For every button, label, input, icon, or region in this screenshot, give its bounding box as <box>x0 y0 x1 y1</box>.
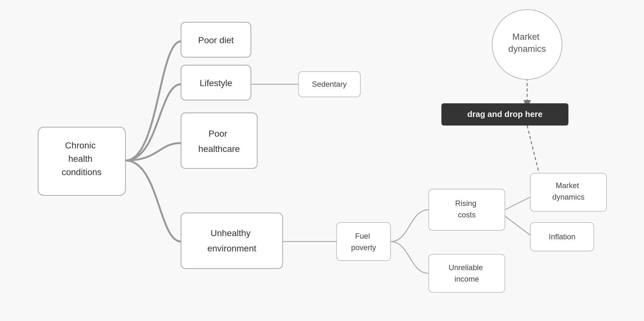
drag-drop-label: drag and drop here <box>467 109 543 119</box>
dashed-line-tooltip-to-market-box <box>527 126 540 176</box>
connector-rising-inflation <box>505 216 530 235</box>
connector-chronic-unhealthy <box>125 160 181 242</box>
rising-costs-node[interactable] <box>429 189 505 230</box>
connector-rising-market <box>505 197 530 210</box>
poor-diet-label: Poor diet <box>198 35 234 45</box>
fuel-poverty-node[interactable] <box>337 222 391 261</box>
poor-healthcare-node[interactable] <box>181 113 257 168</box>
unreliable-income-node[interactable] <box>429 254 505 292</box>
unhealthy-environment-node[interactable] <box>181 213 283 269</box>
connector-fuel-rising <box>391 210 429 242</box>
sedentary-label: Sedentary <box>312 80 346 88</box>
inflation-label: Inflation <box>549 232 575 241</box>
connector-fuel-unreliable <box>391 242 429 273</box>
connector-chronic-poor-diet <box>125 41 181 160</box>
lifestyle-label: Lifestyle <box>200 78 232 88</box>
connector-chronic-lifestyle <box>125 84 181 160</box>
market-dynamics-bottom-node[interactable] <box>530 173 607 211</box>
mind-map-diagram: Chronic health conditions Poor diet Life… <box>0 0 644 321</box>
